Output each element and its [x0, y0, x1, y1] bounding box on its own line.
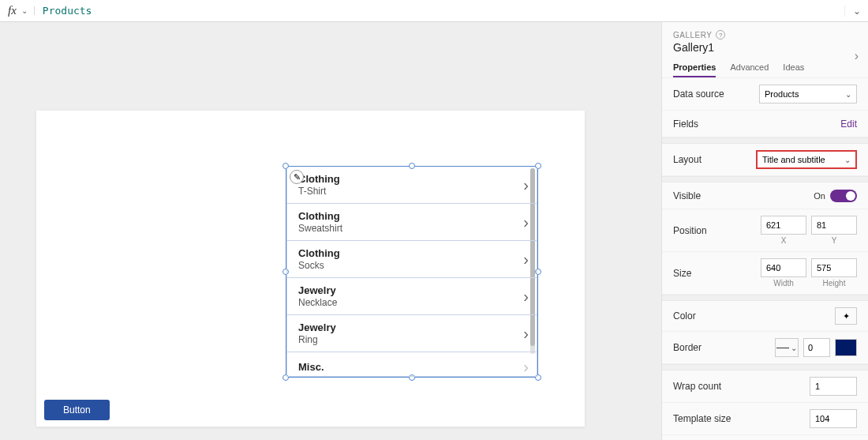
panel-tabs: Properties Advanced Ideas	[662, 58, 868, 78]
fx-label: fx	[0, 4, 21, 17]
gallery-item: JewelryNecklace›	[287, 278, 537, 315]
color-picker[interactable]: ✦	[835, 307, 857, 325]
chevron-right-icon[interactable]: ›	[523, 288, 529, 304]
fx-dropdown-icon[interactable]: ⌄	[21, 6, 35, 15]
tab-ideas[interactable]: Ideas	[783, 58, 804, 77]
edit-pencil-icon[interactable]: ✎	[290, 170, 304, 184]
size-width-input[interactable]	[761, 258, 806, 277]
border-style-dropdown[interactable]: ⌄	[775, 338, 799, 357]
label-layout: Layout	[673, 154, 756, 165]
template-size-input[interactable]	[810, 409, 857, 428]
gallery-control[interactable]: ✎ ClothingT-Shirt› ClothingSweatshirt› C…	[286, 166, 538, 378]
gallery-item: Misc.›	[287, 352, 537, 377]
help-icon[interactable]: ?	[716, 30, 725, 39]
control-name: Gallery1	[673, 39, 857, 58]
data-source-dropdown[interactable]: Products⌄	[759, 85, 857, 103]
gallery-item: JewelryRing›	[287, 315, 537, 352]
chevron-right-icon[interactable]: ›	[523, 359, 529, 374]
label-color: Color	[673, 310, 835, 322]
chevron-right-icon[interactable]: ›	[523, 177, 529, 193]
property-panel: GALLERY ? Gallery1 › Properties Advanced…	[661, 22, 868, 440]
border-color-picker[interactable]	[835, 339, 857, 356]
gallery-item: ClothingSocks›	[287, 241, 537, 278]
label-border: Border	[673, 342, 775, 353]
size-height-input[interactable]	[811, 258, 857, 277]
tab-advanced[interactable]: Advanced	[730, 58, 769, 77]
gallery-item: ClothingSweatshirt›	[287, 204, 537, 241]
label-fields: Fields	[673, 118, 840, 130]
chevron-right-icon[interactable]: ›	[523, 325, 529, 341]
position-y-input[interactable]	[811, 216, 857, 235]
tab-properties[interactable]: Properties	[673, 58, 716, 77]
label-template-size: Template size	[673, 413, 810, 424]
panel-collapse-icon[interactable]: ›	[855, 49, 859, 63]
layout-dropdown[interactable]: Title and subtitle⌄	[756, 150, 857, 169]
gallery-item: ClothingT-Shirt›	[287, 167, 537, 204]
label-size: Size	[673, 268, 761, 279]
label-wrap-count: Wrap count	[673, 381, 810, 392]
chevron-down-icon: ⌄	[844, 156, 851, 164]
label-visible: Visible	[673, 190, 814, 201]
canvas-area: Button ✎ ClothingT-Shirt› ClothingSweats…	[0, 22, 661, 440]
formula-expand-icon[interactable]: ⌄	[844, 6, 868, 17]
label-data-source: Data source	[673, 88, 759, 100]
chevron-right-icon[interactable]: ›	[523, 251, 529, 267]
wrap-count-input[interactable]	[810, 377, 857, 396]
position-x-input[interactable]	[761, 216, 806, 235]
label-position: Position	[673, 225, 761, 236]
edit-fields-link[interactable]: Edit	[840, 118, 857, 130]
chevron-right-icon[interactable]: ›	[523, 214, 529, 230]
formula-input[interactable]	[35, 2, 844, 20]
control-type-label: GALLERY ?	[673, 30, 857, 39]
formula-bar: fx ⌄ ⌄	[0, 0, 868, 22]
visible-toggle[interactable]	[830, 190, 857, 202]
border-width-input[interactable]	[803, 338, 830, 357]
canvas-button[interactable]: Button	[44, 400, 110, 420]
chevron-down-icon: ⌄	[845, 90, 851, 99]
